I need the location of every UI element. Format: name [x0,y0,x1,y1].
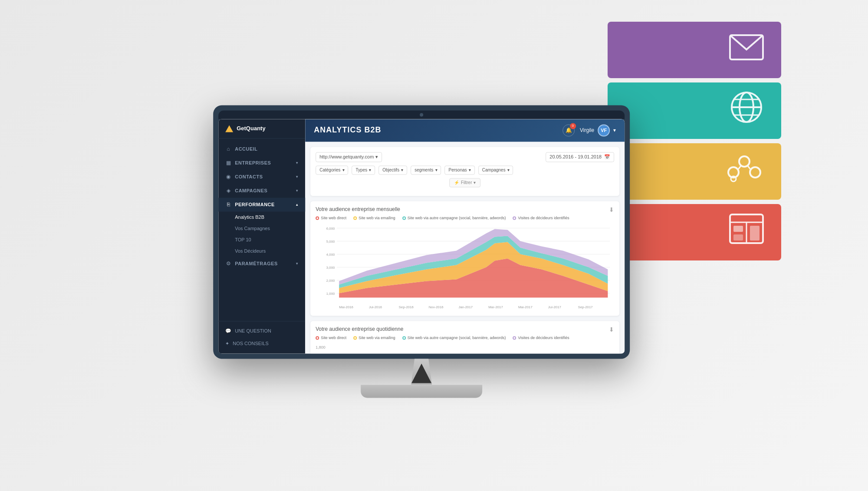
filter-campagnes[interactable]: Campagnes ▾ [478,165,513,175]
filter-btn-label: Filtrer [461,180,472,185]
monthly-chart-legend: Site web direct Site web via emailing [316,216,569,220]
sidebar-item-entreprises[interactable]: ▦ ENTREPRISES ▾ [218,156,305,170]
legend-decideurs-label: Visites de décideurs identifiés [518,336,569,340]
user-menu-chevron[interactable]: ▾ [613,127,616,133]
url-selector[interactable]: http://www.getquanty.com ▾ [316,152,382,162]
legend-emailing: Site web via emailing [353,216,395,220]
chevron-down-icon: ▾ [435,168,437,172]
svg-text:Sep-2016: Sep-2016 [399,305,414,309]
social-icon [725,151,764,192]
panel-analytics [608,204,781,260]
legend-emailing: Site web via emailing [353,336,395,340]
monthly-chart-card: Votre audience entreprise mensuelle Site… [310,201,619,316]
main-content: ANALYTICS B2B 🔔 0 Virgile VF ▾ [305,119,625,353]
accueil-icon: ⌂ [225,146,231,152]
svg-text:Mai-2016: Mai-2016 [339,305,353,309]
sidebar-nav: ⌂ ACCUEIL ▦ ENTREPRISES ▾ ◉ CONTACTS [218,138,305,321]
sidebar-item-accueil[interactable]: ⌂ ACCUEIL [218,142,305,156]
topbar-right: 🔔 0 Virgile VF ▾ [562,124,616,136]
legend-direct-label: Site web direct [321,216,346,220]
sidebar-item-parametrages[interactable]: ⚙ PARAMÉTRAGES ▾ [218,257,305,270]
svg-text:Jul-2017: Jul-2017 [548,305,561,309]
legend-decideurs-label: Visites de décideurs identifiés [518,216,569,220]
sidebar: GetQuanty ⌂ ACCUEIL ▦ ENTREPRISES ▾ [218,119,305,353]
dashboard-icon [729,214,764,251]
daily-chart-title: Votre audience entreprise quotidienne [316,326,569,332]
sidebar-item-performance[interactable]: ⎘ PERFORMANCE ▴ [218,198,305,211]
monthly-chart-title: Votre audience entreprise mensuelle [316,206,569,212]
user-name: Virgile [580,127,594,133]
sidebar-bottom: 💬 UNE QUESTION ✦ NOS CONSEILS [218,321,305,353]
filter-objectifs[interactable]: Objectifs ▾ [378,165,407,175]
svg-text:1,000: 1,000 [326,292,335,296]
legend-decideurs: Visites de décideurs identifiés [513,336,569,340]
panel-social [608,143,781,200]
help-item-question[interactable]: 💬 UNE QUESTION [218,325,305,337]
sidebar-item-label: PERFORMANCE [235,202,275,207]
topbar: ANALYTICS B2B 🔔 0 Virgile VF ▾ [305,119,625,142]
sub-item-analytics-b2b[interactable]: Analytics B2B [218,211,305,223]
legend-direct-label: Site web direct [321,336,346,340]
svg-text:Jan-2017: Jan-2017 [458,305,473,309]
question-icon: 💬 [225,328,231,334]
help-item-label: NOS CONSEILS [233,341,269,346]
date-selector[interactable]: 20.05.2016 - 19.01.2018 📅 [546,152,614,162]
scene: GetQuanty ⌂ ACCUEIL ▦ ENTREPRISES ▾ [0,0,868,491]
sub-item-vos-decideurs[interactable]: Vos Décideurs [218,245,305,257]
chevron-down-icon: ▾ [473,180,476,185]
contacts-icon: ◉ [225,174,231,180]
chevron-down-icon: ▾ [401,168,403,172]
chevron-down-icon: ▾ [507,168,510,172]
svg-text:5,000: 5,000 [326,240,335,244]
url-text: http://www.getquanty.com [319,154,374,159]
legend-direct-dot [316,336,319,339]
chevron-down-icon: ▾ [296,188,298,193]
monthly-chart-container: 6,000 5,000 4,000 3,000 2,000 1,000 Mai-… [316,224,614,310]
calendar-icon: 📅 [604,154,610,160]
svg-marker-39 [411,363,431,383]
legend-emailing-label: Site web via emailing [358,216,395,220]
filter-button[interactable]: ⚡ Filtrer ▾ [449,178,481,187]
monitor-camera [420,113,423,116]
help-item-conseils[interactable]: ✦ NOS CONSEILS [218,337,305,350]
sidebar-item-label: CAMPAGNES [235,188,267,193]
legend-decideurs-dot [513,336,516,339]
legend-decideurs-dot [513,216,516,220]
sidebar-item-label: CONTACTS [235,174,263,179]
page-title: ANALYTICS B2B [314,125,381,135]
chevron-up-icon: ▴ [296,202,298,207]
filter-card: http://www.getquanty.com ▾ 20.05.2016 - … [310,147,619,196]
performance-icon: ⎘ [225,201,231,208]
legend-autre-label: Site web via autre campagne (social, ban… [408,336,506,340]
download-icon[interactable]: ⬇ [609,326,614,333]
legend-autre: Site web via autre campagne (social, ban… [402,216,506,220]
notification-button[interactable]: 🔔 0 [562,124,575,136]
sub-item-vos-campagnes[interactable]: Vos Campagnes [218,223,305,234]
sub-item-label: Vos Décideurs [235,248,266,254]
campagnes-icon: ◈ [225,188,231,194]
filter-label: Types [356,168,368,172]
email-icon [729,33,764,67]
download-icon[interactable]: ⬇ [609,206,614,213]
panel-email [608,22,781,78]
svg-rect-15 [733,226,743,232]
filter-personas[interactable]: Personas ▾ [445,165,475,175]
filter-categories[interactable]: Catégories ▾ [316,165,348,175]
chevron-down-icon: ▾ [296,175,298,179]
notification-badge: 0 [570,123,576,129]
sub-item-top10[interactable]: TOP 10 [218,234,305,245]
sidebar-item-campagnes[interactable]: ◈ CAMPAGNES ▾ [218,184,305,198]
svg-rect-17 [750,226,760,241]
svg-point-8 [750,167,760,178]
filter-types[interactable]: Types ▾ [352,165,375,175]
user-avatar[interactable]: VF [598,124,610,136]
legend-emailing-label: Site web via emailing [358,336,395,340]
user-info: Virgile VF ▾ [580,124,616,136]
svg-text:3,000: 3,000 [326,266,335,270]
conseils-icon: ✦ [225,341,229,346]
filter-segments[interactable]: segments ▾ [411,165,441,175]
svg-line-10 [747,165,751,170]
chevron-down-icon: ▾ [296,261,298,266]
chevron-down-icon: ▾ [469,168,471,172]
sidebar-item-contacts[interactable]: ◉ CONTACTS ▾ [218,170,305,184]
